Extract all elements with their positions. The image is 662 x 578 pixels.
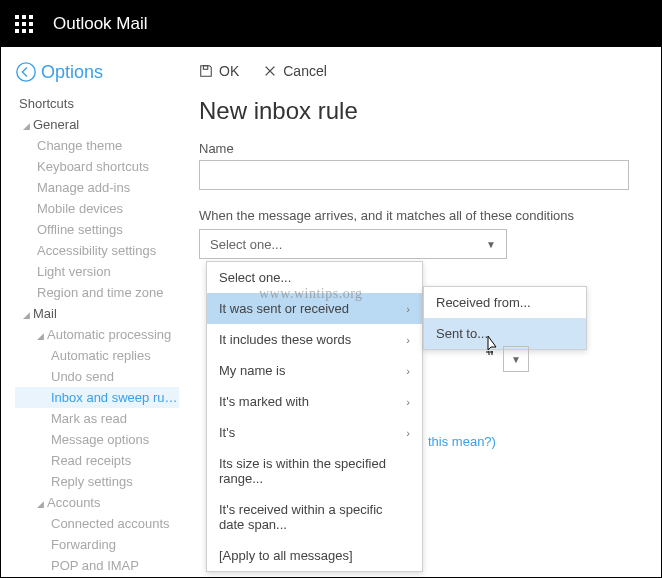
- cancel-button[interactable]: Cancel: [263, 63, 327, 79]
- svg-rect-7: [22, 29, 26, 33]
- sidebar-item[interactable]: Mobile devices: [15, 198, 179, 219]
- sidebar-general[interactable]: ◢General: [15, 114, 179, 135]
- svg-rect-0: [15, 15, 19, 19]
- name-label: Name: [199, 141, 641, 156]
- close-icon: [263, 64, 277, 78]
- waffle-icon: [15, 15, 33, 33]
- chevron-right-icon: ›: [406, 396, 410, 408]
- toolbar: OK Cancel: [199, 63, 641, 79]
- help-link[interactable]: this mean?): [428, 434, 496, 449]
- options-label: Options: [41, 62, 103, 83]
- options-sidebar: Options Shortcuts ◢General Change theme …: [1, 47, 179, 577]
- sidebar-accounts[interactable]: ◢Accounts: [15, 492, 179, 513]
- chevron-right-icon: ›: [406, 303, 410, 315]
- ok-button[interactable]: OK: [199, 63, 239, 79]
- save-icon: [199, 64, 213, 78]
- dropdown-item[interactable]: Its size is within the specified range..…: [207, 448, 422, 494]
- sidebar-shortcuts[interactable]: Shortcuts: [15, 93, 179, 114]
- sidebar-item[interactable]: Region and time zone: [15, 282, 179, 303]
- sidebar-item[interactable]: Forwarding: [15, 534, 179, 555]
- dropdown-item[interactable]: My name is›: [207, 355, 422, 386]
- svg-rect-10: [203, 66, 207, 70]
- sidebar-item[interactable]: Undo send: [15, 366, 179, 387]
- select-value: Select one...: [210, 237, 282, 252]
- dropdown-item[interactable]: It's marked with›: [207, 386, 422, 417]
- sidebar-item[interactable]: Light version: [15, 261, 179, 282]
- svg-rect-2: [29, 15, 33, 19]
- sidebar-item[interactable]: Offline settings: [15, 219, 179, 240]
- dropdown-item[interactable]: [Apply to all messages]: [207, 540, 422, 571]
- condition-dropdown: Select one...It was sent or received›It …: [206, 261, 423, 572]
- rule-name-input[interactable]: [199, 160, 629, 190]
- condition-label: When the message arrives, and it matches…: [199, 208, 641, 223]
- svg-rect-5: [29, 22, 33, 26]
- svg-rect-4: [22, 22, 26, 26]
- app-header: Outlook Mail: [1, 1, 661, 47]
- sidebar-item[interactable]: Connected accounts: [15, 513, 179, 534]
- dropdown-item[interactable]: Select one...: [207, 262, 422, 293]
- dropdown-item[interactable]: It's received within a specific date spa…: [207, 494, 422, 540]
- svg-point-9: [17, 63, 35, 81]
- dropdown-item[interactable]: It was sent or received›: [207, 293, 422, 324]
- sidebar-item[interactable]: Message options: [15, 429, 179, 450]
- sidebar-item[interactable]: Change theme: [15, 135, 179, 156]
- sidebar-item[interactable]: Mark as read: [15, 408, 179, 429]
- sidebar-mail[interactable]: ◢Mail: [15, 303, 179, 324]
- chevron-right-icon: ›: [406, 334, 410, 346]
- page-title: New inbox rule: [199, 97, 641, 125]
- secondary-dropdown-chevron[interactable]: ▼: [503, 346, 529, 372]
- sidebar-item[interactable]: Read receipts: [15, 450, 179, 471]
- sidebar-item[interactable]: Manage add-ins: [15, 177, 179, 198]
- svg-rect-3: [15, 22, 19, 26]
- options-back[interactable]: Options: [15, 61, 179, 83]
- sidebar-item[interactable]: Keyboard shortcuts: [15, 156, 179, 177]
- svg-rect-1: [22, 15, 26, 19]
- back-arrow-icon: [15, 61, 37, 83]
- dropdown-item[interactable]: It's›: [207, 417, 422, 448]
- condition-submenu: Received from...Sent to...: [423, 286, 587, 350]
- sidebar-attach[interactable]: ◢Attachment options: [15, 576, 179, 577]
- sidebar-auto-proc[interactable]: ◢Automatic processing: [15, 324, 179, 345]
- chevron-right-icon: ›: [406, 365, 410, 377]
- sidebar-item[interactable]: Reply settings: [15, 471, 179, 492]
- sidebar-item-inbox-rules[interactable]: Inbox and sweep rules: [15, 387, 179, 408]
- submenu-item[interactable]: Received from...: [424, 287, 586, 318]
- svg-rect-8: [29, 29, 33, 33]
- app-title: Outlook Mail: [53, 14, 147, 34]
- dropdown-item[interactable]: It includes these words›: [207, 324, 422, 355]
- sidebar-item[interactable]: Accessibility settings: [15, 240, 179, 261]
- sidebar-item[interactable]: Automatic replies: [15, 345, 179, 366]
- sidebar-item[interactable]: POP and IMAP: [15, 555, 179, 576]
- submenu-item[interactable]: Sent to...: [424, 318, 586, 349]
- chevron-right-icon: ›: [406, 427, 410, 439]
- app-launcher-icon[interactable]: [1, 1, 47, 47]
- svg-rect-6: [15, 29, 19, 33]
- chevron-down-icon: ▼: [486, 239, 496, 250]
- condition-select[interactable]: Select one... ▼: [199, 229, 507, 259]
